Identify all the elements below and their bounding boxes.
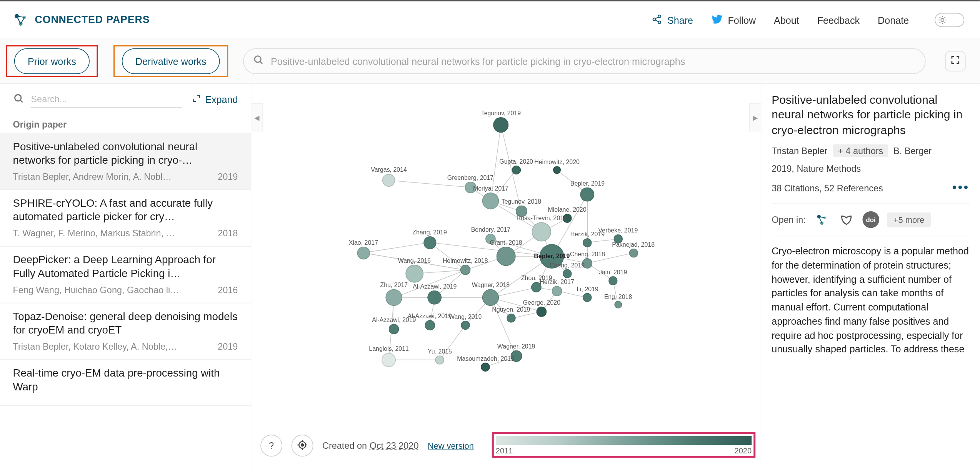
graph-node[interactable] [563,269,572,278]
graph-node-label: Wagner, 2019 [497,343,535,350]
graph-node[interactable] [481,362,490,371]
main-search[interactable] [243,48,926,74]
detail-authors: Tristan Bepler + 4 authors B. Berger [772,144,970,158]
fullscreen-icon [950,55,960,68]
graph-node[interactable] [552,285,562,296]
follow-label: Follow [728,15,756,25]
graph-node-label: Yu, 2015 [428,348,452,355]
graph-node-label: Heimowitz, 2018 [443,257,488,264]
connected-papers-icon[interactable] [813,211,830,228]
svg-line-17 [945,22,945,23]
paper-list-item[interactable]: SPHIRE-crYOLO: A fast and accurate fully… [0,190,251,246]
svg-line-16 [940,17,940,18]
graph-node[interactable] [382,174,395,187]
divider [772,203,970,204]
collapse-left-button[interactable]: ◂ [252,103,263,131]
chevron-left-icon: ◂ [254,111,259,123]
locate-button[interactable] [292,435,313,456]
donate-link[interactable]: Donate [878,15,909,25]
graph-node[interactable] [512,166,520,174]
detail-publication: 2019, Nature Methods [772,164,970,174]
graph-node[interactable] [583,293,592,302]
graph-node[interactable] [614,301,622,309]
about-link[interactable]: About [774,15,799,25]
graph-node[interactable] [357,246,370,259]
graph-node-label: Zhang, 2019 [412,228,447,235]
author-last[interactable]: B. Berger [893,146,932,156]
share-link[interactable]: Share [652,14,693,26]
graph-node[interactable] [493,118,508,133]
graph-node-label: Verbeke, 2019 [598,227,638,234]
graph-node[interactable] [386,289,403,306]
feedback-link[interactable]: Feedback [817,15,860,25]
paper-list-item[interactable]: DeepPicker: a Deep Learning Approach for… [0,246,251,303]
graph-node[interactable] [497,247,516,266]
graph-node[interactable] [382,353,396,367]
graph-node[interactable] [461,321,470,330]
main-search-input[interactable] [271,56,916,66]
graph-node[interactable] [423,236,436,249]
graph-node[interactable] [425,320,435,330]
graph-node[interactable] [507,314,515,323]
share-label: Share [667,15,693,25]
graph-footer: ? Created on Oct 23 2020 New version 201… [260,430,752,461]
graph-node[interactable] [537,306,547,317]
graph-node-label: Miolane, 2020 [548,206,587,213]
graph-node[interactable] [532,222,551,242]
open-in-row: Open in: doi +5 more [772,211,970,228]
graph-node-label: Wagner, 2018 [472,282,510,289]
theme-toggle[interactable] [935,13,964,27]
open-in-label: Open in: [772,214,806,225]
svg-line-9 [655,17,658,18]
prior-works-button[interactable]: Prior works [14,48,90,74]
graph-node[interactable] [580,187,595,201]
graph-node-label: Masoumzadeh, 2019 [457,355,514,362]
origin-paper-label: Origin paper [0,110,251,133]
paper-list-item[interactable]: Topaz-Denoise: general deep denoising mo… [0,303,251,360]
open-more-button[interactable]: +5 more [887,212,931,227]
twitter-icon [711,13,723,27]
follow-link[interactable]: Follow [711,13,756,27]
help-button[interactable]: ? [260,435,282,456]
sun-icon [937,14,948,26]
author-first[interactable]: Tristan Bepler [772,146,827,156]
graph-node[interactable] [583,238,592,247]
sidebar-search-input[interactable] [31,91,182,108]
paper-title: DeepPicker: a Deep Learning Approach for… [13,253,238,280]
more-authors-chip[interactable]: + 4 authors [833,144,888,158]
expand-button[interactable]: Expand [192,94,238,105]
more-actions-button[interactable]: ••• [952,181,969,196]
graph-node[interactable] [482,193,499,210]
paper-list-item[interactable]: Real-time cryo-EM data pre-processing wi… [0,360,251,406]
graph-node-label: Wang, 2019 [449,313,482,320]
graph-node[interactable] [389,324,399,334]
year-color-scale: 20112020 [496,436,752,455]
graph-nodes[interactable]: Tegunov, 2019Vargas, 2014Greenberg, 2017… [252,84,761,468]
collapse-right-button[interactable]: ▸ [749,103,761,131]
fullscreen-button[interactable] [945,51,966,71]
derivative-works-button[interactable]: Derivative works [122,48,220,74]
doi-icon[interactable]: doi [862,211,879,228]
brand-logo[interactable]: CONNECTED PAPERS [13,12,150,28]
graph-node[interactable] [428,290,442,305]
graph-node[interactable] [460,265,470,275]
semantic-scholar-icon[interactable] [838,211,855,228]
svg-line-23 [20,100,23,102]
graph-node[interactable] [629,248,638,257]
paper-title: Positive-unlabeled convolutional neural … [13,140,238,168]
graph-node[interactable] [405,264,423,282]
graph-node-label: Bendory, 2017 [471,226,510,233]
graph-node[interactable] [482,289,499,306]
paper-year: 2016 [218,284,238,295]
graph-node-label: Cheng, 2018 [570,250,605,257]
graph-node-label: Zhu, 2017 [380,282,408,289]
graph-node[interactable] [435,355,444,364]
paper-list-item[interactable]: Positive-unlabeled convolutional neural … [0,133,251,190]
new-version-link[interactable]: New version [428,441,474,450]
detail-title: Positive-unlabeled convolutional neural … [772,93,970,138]
graph-node-label: Langlois, 2011 [369,345,409,352]
graph-node[interactable] [553,166,561,174]
svg-point-22 [15,95,21,101]
graph-node-label: George, 2020 [523,299,560,305]
graph-node[interactable] [608,276,617,285]
